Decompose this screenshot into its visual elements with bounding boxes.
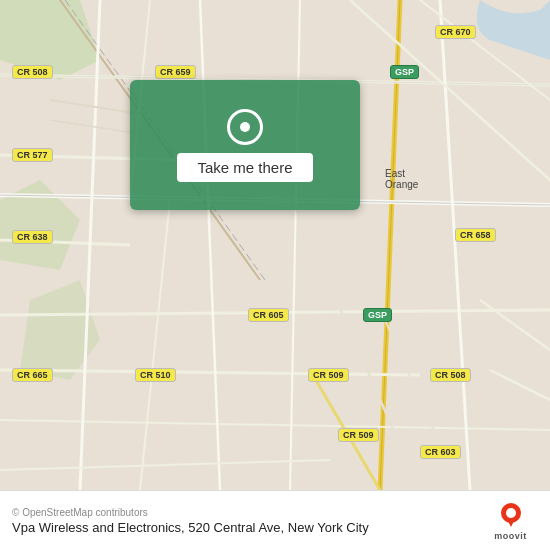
badge-cr659: CR 659 <box>155 65 196 79</box>
moovit-logo: moovit <box>483 501 538 541</box>
info-bar: © OpenStreetMap contributors Vpa Wireles… <box>0 490 550 550</box>
badge-cr509-l: CR 509 <box>308 368 349 382</box>
map-roads <box>0 0 550 490</box>
badge-cr665: CR 665 <box>12 368 53 382</box>
badge-cr577: CR 577 <box>12 148 53 162</box>
location-pin <box>227 109 263 145</box>
moovit-icon <box>497 501 525 529</box>
badge-cr510: CR 510 <box>135 368 176 382</box>
badge-cr509-b: CR 509 <box>338 428 379 442</box>
badge-cr658: CR 658 <box>455 228 496 242</box>
place-east-orange: EastOrange <box>385 168 418 190</box>
badge-cr508-br: CR 508 <box>430 368 471 382</box>
badge-cr670: CR 670 <box>435 25 476 39</box>
take-me-there-button[interactable]: Take me there <box>177 153 312 182</box>
svg-point-34 <box>506 508 516 518</box>
badge-cr508-tl: CR 508 <box>12 65 53 79</box>
badge-cr603: CR 603 <box>420 445 461 459</box>
info-text-block: © OpenStreetMap contributors Vpa Wireles… <box>12 507 369 535</box>
badge-gsp-mid: GSP <box>363 308 392 322</box>
badge-cr638-l: CR 638 <box>12 230 53 244</box>
svg-marker-35 <box>507 519 515 527</box>
pin-dot <box>240 122 250 132</box>
map-container: CR 508 CR 659 CR 670 GSP CR 577 CR 638 C… <box>0 0 550 490</box>
badge-gsp-top: GSP <box>390 65 419 79</box>
moovit-text: moovit <box>494 531 527 541</box>
copyright-text: © OpenStreetMap contributors <box>12 507 369 518</box>
badge-cr605: CR 605 <box>248 308 289 322</box>
address-text: Vpa Wireless and Electronics, 520 Centra… <box>12 520 369 535</box>
highlight-overlay: Take me there <box>130 80 360 210</box>
